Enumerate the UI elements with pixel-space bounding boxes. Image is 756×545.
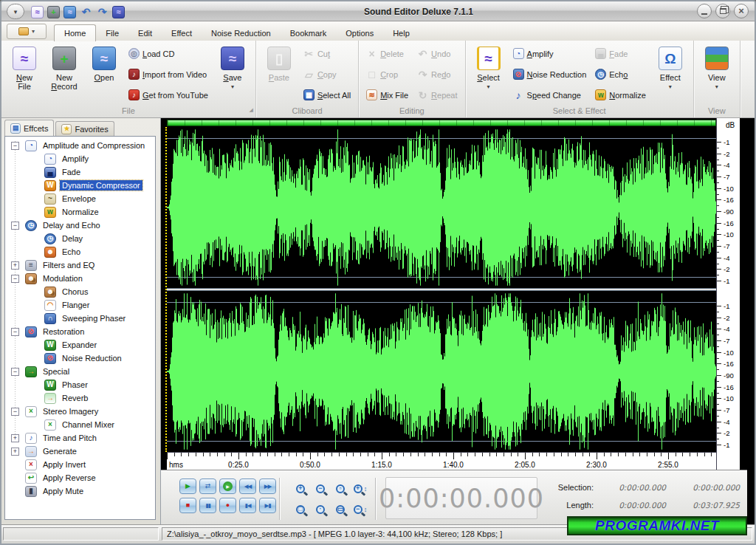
qa-undo-button[interactable]: ↶ [80, 5, 92, 18]
qa-redo-button[interactable]: ↷ [96, 5, 109, 18]
tree-item-dynamic-compressor[interactable]: WDynamic Compressor [5, 179, 155, 192]
qa-new-record-button[interactable]: + [47, 4, 60, 18]
expand-box-icon[interactable]: + [11, 261, 19, 270]
sidebar-tab-favorites[interactable]: ★Favorites [55, 121, 114, 136]
stop-button[interactable]: ■ [179, 498, 196, 513]
time-ruler[interactable]: hms 0:25.00:50.01:15.01:40.02:05.02:30.0… [167, 452, 716, 470]
quick-tool-button[interactable]: ▾ [7, 24, 47, 39]
tree-item-apply-mute[interactable]: ▮Apply Mute [5, 484, 155, 498]
ribbon-button-noise-reduction[interactable]: ⊘Noise Reduction [511, 66, 589, 82]
ribbon-button-import-from-video[interactable]: ♪Import from Video [126, 66, 210, 82]
tab-home[interactable]: Home [54, 24, 96, 41]
tree-item-apply-reverse[interactable]: ↩Apply Reverse [5, 471, 155, 484]
tab-file[interactable]: File [96, 25, 128, 41]
rewind-button[interactable]: ◀◀ [239, 479, 256, 494]
zoom-in-button[interactable]: + [292, 480, 309, 497]
zoom-to-selection-button[interactable]: ▫ [331, 480, 349, 497]
tree-item-special[interactable]: −→Special [5, 365, 155, 378]
playback-cursor[interactable] [165, 127, 167, 452]
tree-item-expander[interactable]: WExpander [5, 338, 155, 352]
play-button[interactable]: ▶ [179, 479, 196, 494]
tree-item-echo[interactable]: ☻Echo [5, 245, 155, 258]
tree-item-generate[interactable]: +→Generate [5, 445, 155, 458]
app-menu-button[interactable]: ▾ [7, 4, 24, 19]
tree-item-normalize[interactable]: wNormalize [5, 205, 155, 219]
ribbon-button-new-file[interactable]: ≈NewFile [5, 43, 44, 106]
loop-button[interactable]: ⇄ [199, 479, 216, 494]
tree-item-fade[interactable]: ▄Fade [5, 165, 155, 179]
minimize-button[interactable] [697, 4, 712, 18]
ribbon-button-open[interactable]: ≈Open [85, 43, 123, 106]
zoom-full-button[interactable]: □ [292, 501, 309, 518]
collapse-box-icon[interactable]: − [11, 408, 19, 416]
waveform-overview-strip[interactable] [167, 120, 716, 126]
vertical-zoom-in-button[interactable]: +↕ [351, 480, 369, 497]
next-button[interactable]: ▶▮ [259, 498, 276, 513]
tree-item-stereo-imagery[interactable]: −×Stereo Imagery [5, 405, 155, 418]
ribbon-button-echo[interactable]: ◷Echo [593, 66, 648, 82]
tree-item-flanger[interactable]: ◠Flanger [5, 298, 155, 312]
qa-open-button[interactable]: ≈ [63, 4, 76, 18]
sidebar-tab-effcets[interactable]: ▤Effcets [4, 120, 54, 136]
tab-noise-reduction[interactable]: Noise Reduction [202, 25, 281, 41]
tree-item-noise-reduction[interactable]: ⊘Noise Reduction [5, 352, 155, 365]
tree-item-modulation[interactable]: −☻Modulation [5, 272, 155, 285]
qa-new-file-button[interactable]: ≈ [31, 4, 44, 18]
ribbon-button-amplify[interactable]: ◔Amplify [511, 46, 589, 61]
record-button[interactable]: ● [219, 498, 236, 513]
tree-item-restoration[interactable]: −⊘Restoration [5, 325, 155, 338]
tab-options[interactable]: Options [336, 25, 383, 41]
tab-bookmark[interactable]: Bookmark [281, 25, 337, 41]
waveform-left-channel[interactable] [167, 127, 716, 288]
ribbon-button-save[interactable]: ≈Save▾ [213, 43, 252, 106]
tree-item-channel-mixer[interactable]: ×Channel Mixer [5, 418, 155, 431]
tree-item-delay-and-echo[interactable]: −◷Delay and Echo [5, 219, 155, 232]
zoom-page-button[interactable]: ▭ [331, 501, 349, 518]
dialog-launcher-icon[interactable]: ◢ [250, 105, 253, 115]
collapse-box-icon[interactable]: − [11, 368, 19, 376]
expand-box-icon[interactable]: + [11, 448, 19, 456]
tab-effect[interactable]: Effect [162, 25, 202, 41]
tree-item-amplitude-and-compression[interactable]: −◔Amplitude and Compression [5, 139, 155, 152]
play-selection-button[interactable]: ▶ [219, 479, 236, 494]
expand-box-icon[interactable]: + [11, 434, 19, 442]
fast-forward-button[interactable]: ▶▶ [259, 479, 276, 494]
waveform-display[interactable]: hms 0:25.00:50.01:15.01:40.02:05.02:30.0… [161, 118, 756, 470]
ribbon-button-new-record[interactable]: +NewRecord [45, 43, 83, 106]
tree-item-reverb[interactable]: →Reverb [5, 391, 155, 405]
ribbon-button-view[interactable]: View▾ [698, 43, 736, 106]
close-button[interactable]: × [734, 4, 749, 18]
ribbon-button-normalize[interactable]: wNormalize [593, 87, 648, 103]
tree-item-envelope[interactable]: ~Envelope [5, 192, 155, 205]
tree-item-delay[interactable]: ◷Delay [5, 232, 155, 245]
restore-button[interactable] [715, 4, 730, 18]
collapse-box-icon[interactable]: − [11, 328, 19, 336]
tab-edit[interactable]: Edit [128, 25, 162, 41]
ribbon-button-effect[interactable]: ΩEffect▾ [651, 43, 690, 106]
collapse-box-icon[interactable]: − [11, 275, 19, 283]
ribbon-button-select-all[interactable]: ▦Select All [301, 87, 353, 103]
tab-help[interactable]: Help [383, 25, 419, 41]
previous-button[interactable]: ▮◀ [239, 498, 256, 513]
ribbon-button-get-from-youtube[interactable]: ♪Get from YouTube [126, 87, 210, 103]
collapse-box-icon[interactable]: − [11, 222, 19, 230]
tree-item-chorus[interactable]: ☻Chorus [5, 285, 155, 298]
collapse-box-icon[interactable]: − [11, 142, 19, 150]
ribbon-button-select[interactable]: ≈Select▾ [470, 43, 508, 106]
tree-item-phaser[interactable]: WPhaser [5, 378, 155, 391]
ribbon-button-speed-change[interactable]: ♪Speed Change [511, 87, 589, 103]
qa-save-button[interactable]: ≈ [112, 4, 125, 18]
pause-button[interactable]: ▮▮ [199, 498, 216, 513]
tree-item-sweeping-phaser[interactable]: ∩Sweeping Phaser [5, 312, 155, 325]
tree-item-apply-invert[interactable]: ×Apply Invert [5, 458, 155, 471]
ribbon-button-load-cd[interactable]: ◎Load CD [126, 46, 210, 61]
zoom-out-button[interactable]: − [312, 480, 329, 497]
tree-item-label: Apply Reverse [41, 473, 98, 483]
tree-item-amplify[interactable]: ◔Amplify [5, 152, 155, 165]
tree-item-filters-and-eq[interactable]: +≡Filters and EQ [5, 258, 155, 272]
vertical-zoom-out-button[interactable]: −↕ [351, 501, 369, 518]
waveform-right-channel[interactable] [167, 291, 716, 452]
tree-item-time-and-pitch[interactable]: +♪Time and Pitch [5, 431, 155, 445]
zoom-to-cursor-button[interactable]: · [312, 501, 329, 518]
ribbon-button-mix-file[interactable]: ≋Mix File [364, 87, 410, 103]
